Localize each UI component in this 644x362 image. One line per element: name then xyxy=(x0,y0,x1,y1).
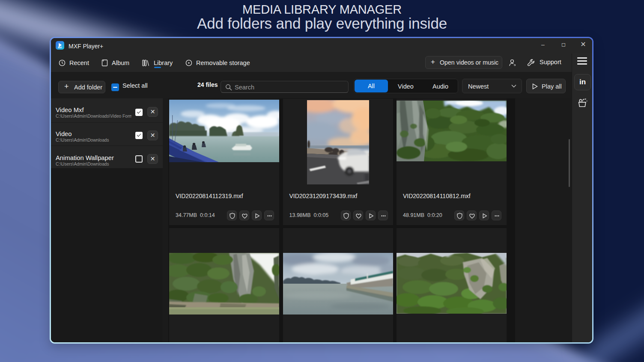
svg-text:MXF: MXF xyxy=(58,47,62,49)
